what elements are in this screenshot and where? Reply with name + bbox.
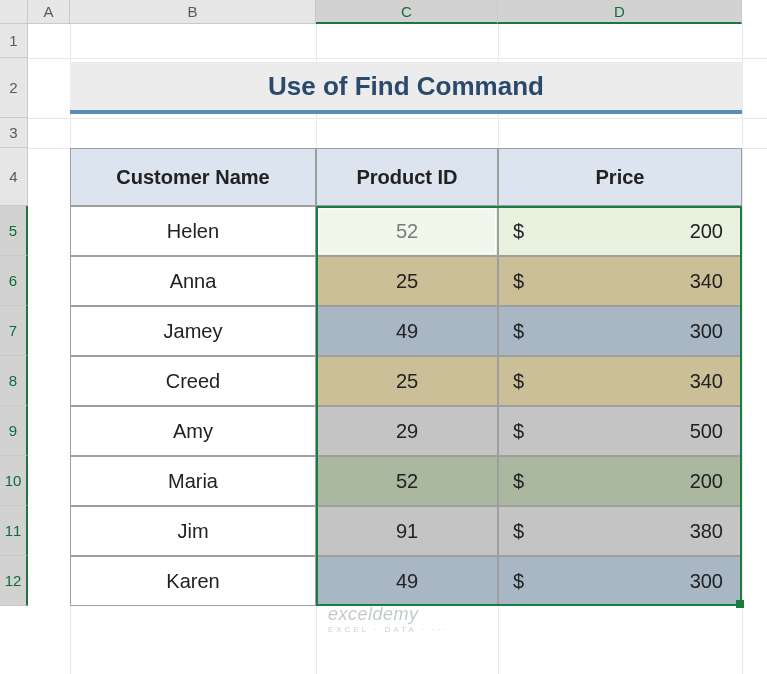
select-all-corner[interactable] <box>0 0 28 24</box>
cell-customer-name[interactable]: Amy <box>70 406 316 456</box>
cell-product-id[interactable]: 49 <box>316 556 498 606</box>
row-header-8[interactable]: 8 <box>0 356 28 406</box>
price-value: 200 <box>690 470 723 493</box>
spreadsheet: A B C D 1 2 3 4 5 6 7 8 9 10 11 12 Use o… <box>0 0 767 674</box>
watermark: exceldemy EXCEL · DATA · ··· <box>328 604 448 634</box>
cell-product-id[interactable]: 25 <box>316 356 498 406</box>
col-header-C[interactable]: C <box>316 0 498 24</box>
table-row: Jamey49$300 <box>70 306 742 356</box>
cell-price[interactable]: $300 <box>498 306 742 356</box>
currency-symbol: $ <box>513 220 524 243</box>
cell-product-id[interactable]: 91 <box>316 506 498 556</box>
col-header-A[interactable]: A <box>28 0 70 24</box>
cell-product-id[interactable]: 25 <box>316 256 498 306</box>
row-header-10[interactable]: 10 <box>0 456 28 506</box>
cell-customer-name[interactable]: Jim <box>70 506 316 556</box>
table-row: Anna25$340 <box>70 256 742 306</box>
cell-customer-name[interactable]: Anna <box>70 256 316 306</box>
cell-product-id[interactable]: 52 <box>316 206 498 256</box>
cell-price[interactable]: $200 <box>498 456 742 506</box>
row-headers: 1 2 3 4 5 6 7 8 9 10 11 12 <box>0 24 28 606</box>
header-customer-name: Customer Name <box>70 148 316 206</box>
row-header-9[interactable]: 9 <box>0 406 28 456</box>
column-headers: A B C D <box>0 0 767 24</box>
currency-symbol: $ <box>513 470 524 493</box>
price-value: 200 <box>690 220 723 243</box>
header-product-id: Product ID <box>316 148 498 206</box>
cell-product-id[interactable]: 49 <box>316 306 498 356</box>
currency-symbol: $ <box>513 370 524 393</box>
row-header-4[interactable]: 4 <box>0 148 28 206</box>
row-header-11[interactable]: 11 <box>0 506 28 556</box>
table-header-row: Customer Name Product ID Price <box>70 148 742 206</box>
table-row: Jim91$380 <box>70 506 742 556</box>
price-value: 380 <box>690 520 723 543</box>
cell-price[interactable]: $340 <box>498 256 742 306</box>
currency-symbol: $ <box>513 420 524 443</box>
price-value: 300 <box>690 570 723 593</box>
table-row: Helen52$200 <box>70 206 742 256</box>
price-value: 300 <box>690 320 723 343</box>
row-header-1[interactable]: 1 <box>0 24 28 58</box>
price-value: 340 <box>690 370 723 393</box>
currency-symbol: $ <box>513 570 524 593</box>
cell-price[interactable]: $200 <box>498 206 742 256</box>
page-title: Use of Find Command <box>70 62 742 114</box>
row-header-6[interactable]: 6 <box>0 256 28 306</box>
cell-price[interactable]: $340 <box>498 356 742 406</box>
col-header-B[interactable]: B <box>70 0 316 24</box>
table-row: Creed25$340 <box>70 356 742 406</box>
table-row: Amy29$500 <box>70 406 742 456</box>
cell-customer-name[interactable]: Maria <box>70 456 316 506</box>
table-row: Karen49$300 <box>70 556 742 606</box>
cell-product-id[interactable]: 29 <box>316 406 498 456</box>
grid-area[interactable]: Use of Find Command Customer Name Produc… <box>28 24 767 674</box>
row-header-12[interactable]: 12 <box>0 556 28 606</box>
col-header-D[interactable]: D <box>498 0 742 24</box>
currency-symbol: $ <box>513 520 524 543</box>
row-header-5[interactable]: 5 <box>0 206 28 256</box>
header-price: Price <box>498 148 742 206</box>
price-value: 500 <box>690 420 723 443</box>
row-header-7[interactable]: 7 <box>0 306 28 356</box>
watermark-text: exceldemy <box>328 604 419 624</box>
row-header-2[interactable]: 2 <box>0 58 28 118</box>
currency-symbol: $ <box>513 270 524 293</box>
row-header-3[interactable]: 3 <box>0 118 28 148</box>
cell-customer-name[interactable]: Creed <box>70 356 316 406</box>
cell-customer-name[interactable]: Helen <box>70 206 316 256</box>
cell-price[interactable]: $500 <box>498 406 742 456</box>
currency-symbol: $ <box>513 320 524 343</box>
table-row: Maria52$200 <box>70 456 742 506</box>
data-table: Customer Name Product ID Price Helen52$2… <box>70 148 742 606</box>
cell-product-id[interactable]: 52 <box>316 456 498 506</box>
cell-customer-name[interactable]: Jamey <box>70 306 316 356</box>
watermark-subtext: EXCEL · DATA · ··· <box>328 625 448 634</box>
price-value: 340 <box>690 270 723 293</box>
cell-price[interactable]: $380 <box>498 506 742 556</box>
cell-price[interactable]: $300 <box>498 556 742 606</box>
cell-customer-name[interactable]: Karen <box>70 556 316 606</box>
